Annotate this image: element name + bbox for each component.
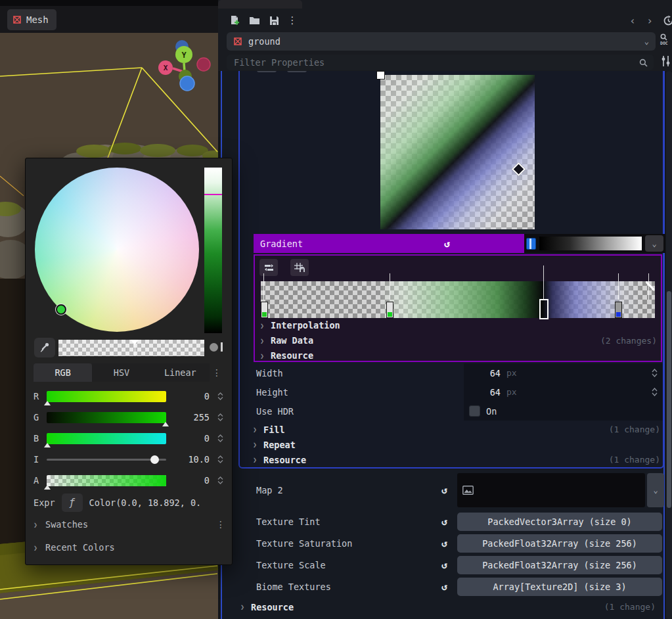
width-spinner[interactable] — [652, 369, 658, 377]
blue-slider[interactable] — [47, 433, 166, 444]
intensity-value[interactable]: 10.0 — [171, 454, 210, 465]
value-slider-marker — [204, 194, 222, 195]
red-slider[interactable] — [47, 391, 166, 402]
texture-saturation-array-button[interactable]: PackedFloat32Array (size 256) — [457, 534, 662, 553]
reverse-gradient-button[interactable] — [259, 259, 278, 276]
mesh-breadcrumb-button[interactable]: Mesh — [7, 9, 56, 30]
color-wheel-cursor[interactable] — [56, 304, 66, 315]
intensity-slider[interactable] — [47, 459, 166, 461]
slider-thumb[interactable] — [44, 485, 51, 490]
slider-thumb[interactable] — [162, 422, 169, 426]
foldout-texture-resource[interactable]: ❯ Resource (1 change) — [240, 452, 665, 467]
axis-x-negative[interactable] — [197, 58, 210, 71]
revert-icon[interactable]: ↺ — [441, 516, 447, 528]
use-hdr-checkbox[interactable] — [469, 405, 480, 417]
foldout-fill[interactable]: ❯ Fill (1 change) — [240, 422, 665, 437]
revert-icon[interactable]: ↺ — [441, 559, 447, 571]
tab-rgb[interactable]: RGB — [34, 363, 92, 382]
history-back-button[interactable]: ‹ — [625, 13, 640, 28]
fold-arrow-icon: ❯ — [240, 603, 244, 610]
foldout-repeat[interactable]: ❯ Repeat — [240, 437, 665, 452]
foldout-interpolation[interactable]: ❯ Interpolation — [260, 320, 657, 331]
gradient-property-label-cell[interactable]: Gradient ↺ — [254, 234, 524, 253]
gradient-stop-handle[interactable] — [386, 302, 393, 318]
filter-properties-bar[interactable] — [227, 55, 654, 70]
foldout-swatches[interactable]: ❯ Swatches ⋮ — [34, 515, 225, 534]
color-wheel[interactable] — [35, 168, 199, 332]
revert-icon[interactable]: ↺ — [441, 581, 447, 593]
snap-toggle-button[interactable] — [290, 259, 309, 276]
tab-linear[interactable]: Linear — [151, 363, 210, 382]
open-docs-button[interactable]: DOC — [660, 34, 668, 46]
fill-from-handle[interactable] — [376, 71, 385, 80]
gradient-end-handle[interactable] — [646, 281, 654, 291]
axis-z-positive[interactable] — [180, 76, 194, 91]
revert-icon[interactable]: ↺ — [441, 538, 447, 549]
save-resource-button[interactable] — [267, 13, 281, 28]
inspector-scrollbar[interactable] — [666, 71, 672, 619]
new-resource-button[interactable] — [227, 13, 242, 28]
alpha-preview-strip[interactable] — [58, 340, 204, 356]
gradient-texture-preview[interactable] — [380, 75, 535, 229]
load-resource-button[interactable] — [247, 13, 261, 28]
recent-colors-label: Recent Colors — [45, 542, 115, 553]
slider-knob[interactable] — [150, 455, 159, 464]
green-value[interactable]: 255 — [171, 412, 210, 423]
texture-tint-array-button[interactable]: PackedVector3Array (size 0) — [457, 513, 662, 531]
scrollbar-thumb[interactable] — [667, 291, 671, 508]
biome-textures-array-button[interactable]: Array[Texture2D] (size 3) — [457, 578, 662, 596]
resource-options-button[interactable]: ⋮ — [285, 13, 300, 28]
eyedropper-button[interactable] — [34, 338, 55, 357]
expr-value[interactable]: Color(0.0, 18.892, 0. — [89, 497, 202, 508]
gradient-stop-handle[interactable] — [261, 302, 268, 318]
height-value-cell[interactable]: 64 px — [464, 382, 663, 401]
gradient-dropdown-button[interactable]: ⌄ — [645, 235, 663, 252]
expression-script-button[interactable]: ƒ — [62, 493, 83, 512]
slider-thumb[interactable] — [44, 443, 51, 447]
gradient-property-value-cell[interactable]: ⌄ — [524, 234, 665, 253]
color-sliders: R 0 G 255 B 0 I — [34, 386, 225, 491]
foldout-raw-data[interactable]: ❯ Raw Data (2 changes) — [260, 335, 657, 346]
history-forward-button[interactable]: › — [642, 13, 657, 28]
texture-scale-array-button[interactable]: PackedFloat32Array (size 256) — [457, 556, 662, 574]
width-value-cell[interactable]: 64 px — [464, 363, 663, 382]
color-mode-tabs: RGB HSV Linear ⋮ — [34, 363, 224, 382]
tab-hsv[interactable]: HSV — [92, 363, 150, 382]
revert-icon[interactable]: ↺ — [444, 238, 450, 250]
property-tools-button[interactable] — [661, 55, 671, 70]
revert-icon[interactable]: ↺ — [441, 484, 447, 496]
stop-guide-line — [390, 273, 390, 300]
blue-slider-row: B 0 — [34, 428, 225, 449]
edited-object-selector[interactable]: ground ⌄ — [227, 32, 656, 51]
alpha-value[interactable]: 0 — [171, 475, 210, 486]
value-slider[interactable] — [204, 168, 222, 333]
gradient-ramp-editor[interactable] — [261, 281, 655, 318]
swatches-menu-button[interactable]: ⋮ — [216, 519, 225, 530]
blue-spinner[interactable] — [215, 434, 225, 442]
alpha-slider[interactable] — [47, 475, 166, 486]
foldout-gradient-resource[interactable]: ❯ Resource — [260, 350, 657, 361]
blue-value[interactable]: 0 — [171, 433, 210, 444]
green-slider[interactable] — [47, 412, 166, 423]
green-spinner[interactable] — [215, 413, 225, 421]
foldout-material-resource[interactable]: ❯ Resource (1 change) — [227, 599, 661, 614]
fold-arrow-icon: ❯ — [253, 456, 257, 463]
map2-dropdown-button[interactable]: ⌄ — [647, 473, 664, 507]
alpha-spinner[interactable] — [215, 476, 225, 484]
red-value[interactable]: 0 — [171, 391, 210, 401]
gradient-stop-handle-selected[interactable] — [539, 299, 549, 319]
height-spinner[interactable] — [652, 388, 658, 396]
inspector-tab[interactable] — [218, 0, 302, 9]
edit-history-button[interactable] — [661, 13, 672, 28]
axis-gizmo[interactable]: X Y — [151, 36, 220, 97]
map2-texture-preview[interactable] — [457, 473, 645, 507]
gradient-stop-handle[interactable] — [615, 302, 622, 318]
slider-thumb[interactable] — [44, 401, 51, 405]
gradient-mini-preview[interactable] — [539, 237, 642, 250]
intensity-spinner[interactable] — [215, 455, 225, 463]
foldout-recent-colors[interactable]: ❯ Recent Colors — [34, 538, 225, 557]
filter-properties-input[interactable] — [233, 57, 634, 68]
color-mode-menu-button[interactable]: ⋮ — [210, 363, 224, 382]
inspector-scroll-area[interactable]: Gradient ↺ ⌄ — [218, 71, 672, 619]
red-spinner[interactable] — [215, 392, 225, 400]
